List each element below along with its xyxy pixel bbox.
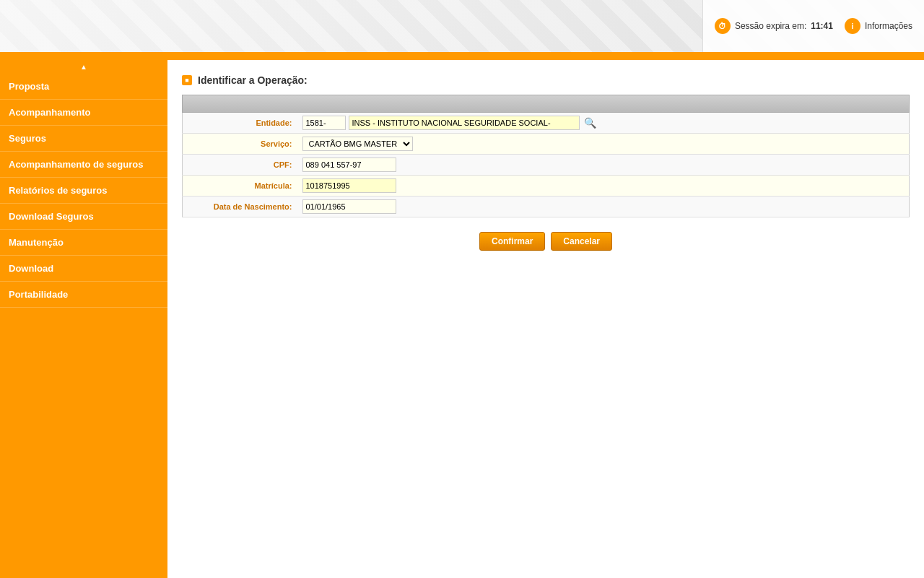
data-nascimento-label: Data de Nascimento: — [183, 197, 298, 217]
info-label: Informações — [865, 21, 912, 31]
table-header — [183, 95, 910, 113]
main-content: ■ Identificar a Operação: Entidade: — [167, 60, 924, 578]
section-icon: ■ — [182, 75, 192, 85]
sidebar-item-manutencao[interactable]: Manutenção — [0, 230, 167, 256]
orange-bar — [0, 54, 924, 60]
sidebar-item-portabilidade[interactable]: Portabilidade — [0, 282, 167, 308]
data-nascimento-value-cell — [298, 197, 910, 217]
entity-row: 🔍 — [302, 116, 905, 130]
session-time: 11:41 — [811, 21, 833, 31]
data-nascimento-row: Data de Nascimento: — [183, 197, 910, 217]
cpf-row: CPF: — [183, 155, 910, 176]
sidebar-item-download[interactable]: Download — [0, 256, 167, 282]
matricula-value-cell — [298, 176, 910, 197]
entidade-name-input[interactable] — [349, 116, 580, 130]
session-label: Sessão expira em: — [735, 21, 806, 31]
info-icon: i — [845, 18, 860, 34]
header: ⏱ Sessão expira em: 11:41 i Informações — [0, 0, 924, 54]
layout: ▲ Proposta Acompanhamento Seguros Acompa… — [0, 60, 924, 578]
sidebar-item-acompanhamento-seguros[interactable]: Acompanhamento de seguros — [0, 152, 167, 178]
entidade-row: Entidade: 🔍 — [183, 113, 910, 134]
cpf-value-cell — [298, 155, 910, 176]
section-title-text: Identificar a Operação: — [198, 74, 308, 86]
confirm-button[interactable]: Confirmar — [479, 232, 545, 251]
matricula-input[interactable] — [302, 178, 396, 193]
clock-icon: ⏱ — [715, 18, 731, 34]
entidade-code-input[interactable] — [302, 116, 346, 130]
entidade-label: Entidade: — [183, 113, 298, 134]
matricula-row: Matrícula: — [183, 176, 910, 197]
cpf-input[interactable] — [302, 158, 396, 172]
session-info: ⏱ Sessão expira em: 11:41 — [715, 18, 833, 34]
entidade-value-cell: 🔍 — [298, 113, 910, 134]
sidebar: ▲ Proposta Acompanhamento Seguros Acompa… — [0, 60, 167, 578]
sidebar-item-seguros[interactable]: Seguros — [0, 126, 167, 152]
sidebar-item-relatorios-seguros[interactable]: Relatórios de seguros — [0, 178, 167, 204]
matricula-label: Matrícula: — [183, 176, 298, 197]
servico-value-cell: CARTÃO BMG MASTER — [298, 134, 910, 155]
section-title: ■ Identificar a Operação: — [182, 74, 910, 86]
search-button[interactable]: 🔍 — [583, 117, 598, 129]
servico-select[interactable]: CARTÃO BMG MASTER — [302, 137, 413, 151]
sidebar-scroll-top: ▲ — [0, 60, 167, 74]
header-right: ⏱ Sessão expira em: 11:41 i Informações — [702, 0, 924, 52]
sidebar-item-acompanhamento[interactable]: Acompanhamento — [0, 100, 167, 126]
data-nascimento-input[interactable] — [302, 199, 396, 214]
form-table: Entidade: 🔍 Serviço: CARTÃO BMG — [182, 95, 910, 217]
servico-label: Serviço: — [183, 134, 298, 155]
button-row: Confirmar Cancelar — [182, 232, 910, 251]
cancel-button[interactable]: Cancelar — [551, 232, 612, 251]
sidebar-item-download-seguros[interactable]: Download Seguros — [0, 204, 167, 230]
servico-row: Serviço: CARTÃO BMG MASTER — [183, 134, 910, 155]
sidebar-item-proposta[interactable]: Proposta — [0, 74, 167, 100]
cpf-label: CPF: — [183, 155, 298, 176]
info-section[interactable]: i Informações — [845, 18, 912, 34]
